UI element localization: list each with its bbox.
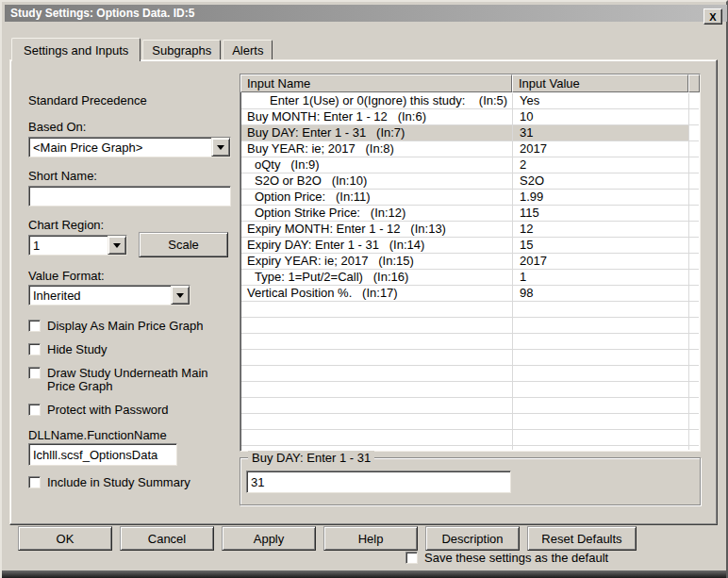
short-name-input[interactable] xyxy=(28,186,231,206)
input-value-edit-field[interactable] xyxy=(246,471,511,493)
table-empty-row[interactable] xyxy=(241,446,699,450)
table-empty-row[interactable] xyxy=(241,382,699,398)
table-row[interactable]: S2O or B2O (In:10)S2O xyxy=(241,173,699,190)
input-value-cell: 2017 xyxy=(513,254,689,270)
apply-button[interactable]: Apply xyxy=(222,526,316,551)
value-format-label: Value Format: xyxy=(28,269,105,283)
checkbox-draw-study-underneath-main-price-graph[interactable]: Draw Study Underneath Main Price Graph xyxy=(28,367,228,393)
input-name-cell: Vertical Position %. (In:17) xyxy=(241,286,513,302)
based-on-label: Based On: xyxy=(28,120,86,134)
table-empty-row[interactable] xyxy=(241,302,699,318)
input-name-cell: Expiry YEAR: ie; 2017 (In:15) xyxy=(241,254,513,270)
save-default-row[interactable]: Save these settings as the default xyxy=(405,552,608,565)
table-row[interactable]: Buy YEAR: ie; 2017 (In:8)2017 xyxy=(241,141,699,157)
based-on-select[interactable]: <Main Price Graph> xyxy=(28,137,231,157)
table-empty-row[interactable] xyxy=(241,318,699,334)
chart-region-dropdown-button[interactable] xyxy=(108,236,126,255)
reset-defaults-button[interactable]: Reset Defaults xyxy=(527,526,637,551)
table-row[interactable]: Option Price: (In:11)1.99 xyxy=(241,190,699,206)
close-button[interactable]: X xyxy=(703,8,722,25)
column-header-input-value[interactable]: Input Value xyxy=(512,74,688,92)
table-row[interactable]: Enter 1(Use) or 0(Ignore) this study: (I… xyxy=(241,93,699,109)
tab-settings-and-inputs[interactable]: Settings and Inputs xyxy=(11,38,141,61)
inputs-table-header: Input Name Input Value xyxy=(240,74,700,92)
value-format-select[interactable]: Inherited xyxy=(28,285,190,306)
input-name-cell xyxy=(241,318,513,334)
spare-cell xyxy=(689,318,699,334)
description-button[interactable]: Description xyxy=(425,526,520,551)
table-row[interactable]: Expiry YEAR: ie; 2017 (In:15)2017 xyxy=(241,254,699,270)
spare-cell xyxy=(689,414,699,430)
input-edit-group-label: Buy DAY: Enter 1 - 31 xyxy=(248,451,374,465)
checkbox-box[interactable] xyxy=(28,320,41,332)
help-button[interactable]: Help xyxy=(323,526,418,551)
input-value-cell xyxy=(513,334,689,350)
input-name-cell xyxy=(241,366,513,382)
checkbox-box[interactable] xyxy=(28,367,41,379)
input-name-cell: Option Strike Price: (In:12) xyxy=(241,206,513,222)
save-default-checkbox[interactable] xyxy=(405,552,418,564)
based-on-dropdown-button[interactable] xyxy=(211,138,230,157)
table-row[interactable]: Option Strike Price: (In:12)115 xyxy=(241,206,699,222)
include-summary-row[interactable]: Include in Study Summary xyxy=(28,476,190,489)
chart-region-select[interactable]: 1 xyxy=(28,235,127,256)
scale-button-label: Scale xyxy=(168,238,199,252)
standard-precedence-label: Standard Precedence xyxy=(28,93,147,107)
checkbox-hide-study[interactable]: Hide Study xyxy=(28,343,228,356)
table-empty-row[interactable] xyxy=(241,334,699,350)
chart-region-value: 1 xyxy=(29,236,108,255)
checkbox-box[interactable] xyxy=(28,343,41,355)
ok-button[interactable]: OK xyxy=(18,526,112,551)
input-value-cell: 2 xyxy=(513,157,689,173)
table-empty-row[interactable] xyxy=(241,350,699,366)
value-format-dropdown-button[interactable] xyxy=(171,286,190,305)
spare-cell xyxy=(689,382,699,398)
save-default-label: Save these settings as the default xyxy=(424,552,608,565)
column-header-spare xyxy=(688,74,700,92)
input-name-cell: Option Price: (In:11) xyxy=(241,190,513,206)
input-value-cell: 1 xyxy=(513,270,689,286)
input-value-cell xyxy=(513,302,689,318)
table-row[interactable]: Expiry MONTH: Enter 1 - 12 (In:13)12 xyxy=(241,222,699,238)
table-empty-row[interactable] xyxy=(241,430,699,446)
input-value-cell xyxy=(513,446,689,450)
checkbox-box[interactable] xyxy=(28,404,41,416)
title-bar[interactable]: Study Settings: Options Data. ID:5 X xyxy=(5,5,727,22)
input-name-cell: Enter 1(Use) or 0(Ignore) this study: (I… xyxy=(241,93,513,109)
table-empty-row[interactable] xyxy=(241,398,699,414)
table-row[interactable]: Buy DAY: Enter 1 - 31 (In:7)31 xyxy=(241,125,699,141)
spare-cell xyxy=(689,350,699,366)
spare-cell xyxy=(689,238,699,254)
table-row[interactable]: oQty (In:9)2 xyxy=(241,157,699,173)
checkbox-label: Draw Study Underneath Main Price Graph xyxy=(47,367,228,393)
scale-button[interactable]: Scale xyxy=(139,232,228,257)
input-value-cell: S2O xyxy=(513,173,689,190)
table-empty-row[interactable] xyxy=(241,366,699,382)
input-name-cell: Buy YEAR: ie; 2017 (In:8) xyxy=(241,141,513,157)
spare-cell xyxy=(689,190,699,206)
table-row[interactable]: Expiry DAY: Enter 1 - 31 (In:14)15 xyxy=(241,238,699,254)
spare-cell xyxy=(689,109,699,125)
tab-alerts[interactable]: Alerts xyxy=(223,40,273,59)
inputs-table[interactable]: Input Name Input Value Enter 1(Use) or 0… xyxy=(240,74,701,452)
input-value-cell xyxy=(513,414,689,430)
dll-function-input[interactable] xyxy=(28,443,177,466)
spare-cell xyxy=(689,398,699,414)
cancel-button[interactable]: Cancel xyxy=(120,526,214,551)
include-summary-checkbox[interactable] xyxy=(28,476,41,488)
table-empty-row[interactable] xyxy=(241,414,699,430)
column-header-input-name[interactable]: Input Name xyxy=(240,74,512,92)
input-value-cell: 1.99 xyxy=(513,190,689,206)
spare-cell xyxy=(689,206,699,222)
tab-subgraphs[interactable]: Subgraphs xyxy=(142,40,221,59)
input-value-cell: 15 xyxy=(513,238,689,254)
spare-cell xyxy=(689,270,699,286)
table-row[interactable]: Buy MONTH: Enter 1 - 12 (In:6)10 xyxy=(241,109,699,125)
checkbox-protect-with-password[interactable]: Protect with Password xyxy=(28,404,228,417)
table-row[interactable]: Type: 1=Put/2=Call) (In:16)1 xyxy=(241,270,699,286)
table-row[interactable]: Vertical Position %. (In:17)98 xyxy=(241,286,699,302)
checkbox-display-as-main-price-graph[interactable]: Display As Main Price Graph xyxy=(28,320,228,333)
inputs-table-body: Enter 1(Use) or 0(Ignore) this study: (I… xyxy=(241,93,699,450)
input-value-cell xyxy=(513,398,689,414)
spare-cell xyxy=(689,446,699,450)
